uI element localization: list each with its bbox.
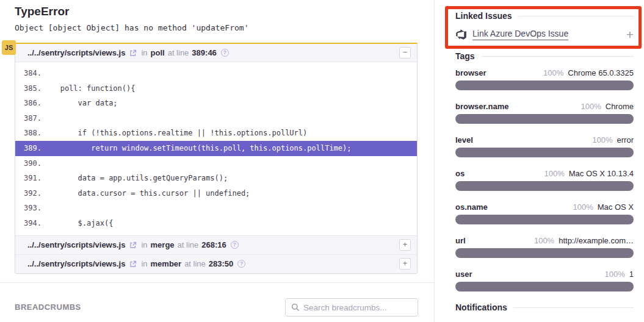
tag-percent: 100% [573,202,593,212]
tag-percent: 100% [581,102,601,111]
tag-row-browser-name: browser.name 100% Chrome [455,102,634,126]
frame-in-label: in [141,48,147,57]
code-line: 393. [15,201,417,216]
add-linked-issue-button[interactable]: + [626,29,634,40]
external-link-icon[interactable] [129,260,137,268]
help-icon[interactable]: ? [221,49,229,57]
tag-distribution-bar [455,215,634,224]
search-icon [291,303,300,312]
breadcrumbs-section-title: BREADCRUMBS [15,302,81,312]
tag-percent: 100% [545,169,565,178]
tag-row-os-name: os.name 100% Mac OS X [455,202,634,227]
breadcrumbs-search-box[interactable] [285,298,418,317]
tag-key: os.name [455,202,488,212]
tag-distribution-bar [455,80,634,90]
frame-line-number: 283:50 [209,259,233,268]
frame-file-path[interactable]: ../../sentry/scripts/views.js [27,48,125,57]
frame-function-name: member [151,259,182,268]
tag-percent: 100% [605,270,625,279]
highlighted-code-line: 389. return window.setTimeout(this.poll,… [15,141,417,156]
notifications-title: Notifications [455,302,507,312]
tag-key: level [455,135,473,145]
frame-line-number: 268:16 [201,240,226,249]
stack-frame-header-poll[interactable]: ../../sentry/scripts/views.js in poll at… [15,44,417,62]
tag-row-level: level 100% error [455,135,634,160]
expand-frame-button[interactable]: + [399,239,411,251]
tags-title: Tags [455,51,475,61]
frame-file-path[interactable]: ../../sentry/scripts/views.js [27,240,125,249]
code-line: 394. $.ajax({ [15,216,417,231]
tag-key: user [455,270,472,279]
stack-frame-header-member[interactable]: ../../sentry/scripts/views.js in member … [15,254,417,273]
tag-key: url [455,236,466,245]
frame-function-name: poll [151,48,165,57]
tag-key: browser [455,68,487,77]
tag-row-browser: browser 100% Chrome 65.0.3325 [455,68,634,93]
tag-key: browser.name [455,102,508,111]
frame-line-number: 389:46 [192,48,216,57]
link-azure-devops-row: Link Azure DevOps Issue + [455,29,634,40]
source-code-context: 384. 385. poll: function(){ 386. var dat… [15,62,417,235]
frame-file-path[interactable]: ../../sentry/scripts/views.js [27,259,125,268]
code-line: 387. [15,111,417,126]
stack-frame-header-merge[interactable]: ../../sentry/scripts/views.js in merge a… [15,235,417,254]
tag-row-url: url 100% http://example.com… [455,236,634,260]
tag-value: Chrome [606,102,634,111]
linked-issues-section-header: Linked Issues [455,11,634,21]
error-type-title: TypeError [15,5,69,18]
help-icon[interactable]: ? [237,260,245,268]
tag-row-user: user 100% 1 [455,270,634,294]
tag-percent: 100% [592,135,612,145]
code-line: 384. [15,66,417,81]
frame-at-label: at line [178,240,199,249]
tag-value: http://example.com… [559,236,634,245]
tag-value: error [617,135,634,145]
link-azure-devops-issue-link[interactable]: Link Azure DevOps Issue [472,29,568,40]
search-input[interactable] [303,303,413,312]
notifications-section-header: Notifications [455,302,634,312]
expand-frame-button[interactable]: + [399,258,411,270]
tags-section-header: Tags [455,51,634,61]
external-link-icon[interactable] [129,242,137,249]
tag-value: Mac OS X [598,202,634,212]
code-line: 386. var data; [15,96,417,111]
code-line: 390. [15,156,417,171]
stack-trace-panel: ../../sentry/scripts/views.js in poll at… [15,43,418,274]
tag-distribution-bar [455,148,634,157]
code-line: 391. data = app.utils.getQueryParams(); [15,171,417,186]
tag-row-os: os 100% Mac OS X 10.13.4 [455,169,634,193]
section-divider [0,282,434,283]
code-line: 388. if (!this.options.realtime || !this… [15,126,417,141]
frame-at-label: at line [168,48,189,57]
tag-percent: 100% [534,236,554,245]
issue-detail-page: TypeError Object [object Object] has no … [0,0,644,322]
tag-distribution-bar [455,282,634,292]
code-line: 385. poll: function(){ [15,81,417,96]
code-line: 392. data.cursor = this.cursor || undefi… [15,186,417,201]
azure-devops-icon [455,29,467,40]
sidebar-divider [434,0,435,322]
error-message: Object [object Object] has no method 'up… [15,23,249,32]
tag-value: Mac OS X 10.13.4 [569,169,634,178]
frame-at-label: at line [184,259,206,268]
linked-issues-title: Linked Issues [455,11,512,21]
platform-js-badge: JS [2,40,16,55]
tag-value: 1 [629,270,634,279]
tag-percent: 100% [543,68,563,77]
frame-in-label: in [141,240,147,249]
collapse-frame-button[interactable]: − [399,47,411,59]
tag-distribution-bar [455,181,634,191]
tag-key: os [455,169,465,178]
frame-in-label: in [141,259,147,268]
tag-value: Chrome 65.0.3325 [568,68,634,77]
frame-function-name: merge [151,240,175,249]
external-link-icon[interactable] [129,49,137,57]
tag-distribution-bar [455,248,634,258]
help-icon[interactable]: ? [231,241,239,249]
tag-distribution-bar [455,114,634,124]
